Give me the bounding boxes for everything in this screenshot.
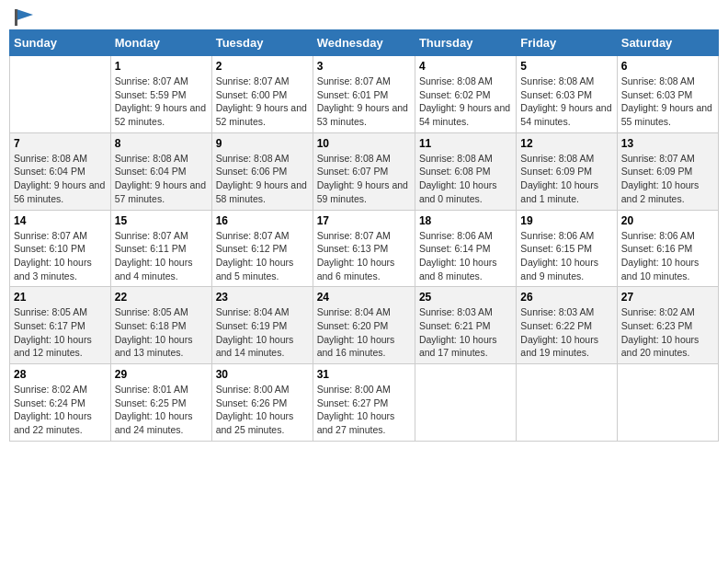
day-info: Sunrise: 8:08 AMSunset: 6:04 PMDaylight:… (14, 152, 107, 206)
day-info: Sunrise: 8:07 AMSunset: 5:59 PMDaylight:… (115, 75, 208, 129)
day-info: Sunrise: 8:07 AMSunset: 6:00 PMDaylight:… (216, 75, 309, 129)
svg-rect-1 (15, 9, 17, 26)
day-number: 24 (317, 291, 411, 304)
day-number: 28 (14, 368, 107, 381)
day-info: Sunrise: 8:02 AMSunset: 6:24 PMDaylight:… (14, 383, 107, 437)
day-info: Sunrise: 8:04 AMSunset: 6:19 PMDaylight:… (216, 305, 309, 360)
day-info: Sunrise: 8:02 AMSunset: 6:23 PMDaylight:… (621, 305, 714, 360)
day-number: 18 (419, 214, 512, 227)
calendar-cell: 28Sunrise: 8:02 AMSunset: 6:24 PMDayligh… (10, 364, 111, 442)
svg-marker-0 (17, 9, 33, 20)
calendar-cell: 23Sunrise: 8:04 AMSunset: 6:19 PMDayligh… (211, 287, 313, 364)
day-number: 3 (317, 60, 411, 73)
logo (13, 9, 35, 22)
day-number: 5 (520, 60, 612, 73)
day-info: Sunrise: 8:07 AMSunset: 6:11 PMDaylight:… (115, 229, 208, 283)
calendar-week-row: 7Sunrise: 8:08 AMSunset: 6:04 PMDaylight… (10, 132, 719, 210)
calendar-cell: 7Sunrise: 8:08 AMSunset: 6:04 PMDaylight… (10, 132, 111, 210)
calendar-cell: 29Sunrise: 8:01 AMSunset: 6:25 PMDayligh… (110, 364, 211, 442)
calendar-cell: 19Sunrise: 8:06 AMSunset: 6:15 PMDayligh… (517, 210, 617, 287)
day-number: 21 (14, 291, 107, 304)
calendar-cell (415, 364, 516, 442)
day-info: Sunrise: 8:08 AMSunset: 6:03 PMDaylight:… (621, 75, 714, 129)
calendar-cell: 16Sunrise: 8:07 AMSunset: 6:12 PMDayligh… (211, 210, 313, 287)
day-number: 14 (14, 214, 107, 227)
calendar-cell: 20Sunrise: 8:06 AMSunset: 6:16 PMDayligh… (617, 210, 718, 287)
day-number: 2 (216, 60, 309, 73)
calendar-cell: 25Sunrise: 8:03 AMSunset: 6:21 PMDayligh… (415, 287, 516, 364)
day-number: 30 (216, 368, 309, 381)
day-info: Sunrise: 8:00 AMSunset: 6:27 PMDaylight:… (317, 383, 411, 437)
day-number: 13 (621, 137, 714, 150)
calendar-cell (517, 364, 617, 442)
calendar-week-row: 14Sunrise: 8:07 AMSunset: 6:10 PMDayligh… (10, 210, 719, 287)
day-info: Sunrise: 8:08 AMSunset: 6:02 PMDaylight:… (419, 75, 512, 129)
calendar-cell: 5Sunrise: 8:08 AMSunset: 6:03 PMDaylight… (517, 56, 617, 133)
day-info: Sunrise: 8:00 AMSunset: 6:26 PMDaylight:… (216, 383, 309, 437)
calendar-cell: 4Sunrise: 8:08 AMSunset: 6:02 PMDaylight… (415, 56, 516, 133)
day-number: 23 (216, 291, 309, 304)
col-header-tuesday: Tuesday (211, 30, 313, 56)
day-info: Sunrise: 8:07 AMSunset: 6:13 PMDaylight:… (317, 229, 411, 283)
day-number: 4 (419, 60, 512, 73)
day-info: Sunrise: 8:08 AMSunset: 6:09 PMDaylight:… (520, 152, 612, 206)
day-number: 8 (115, 137, 208, 150)
calendar-cell: 15Sunrise: 8:07 AMSunset: 6:11 PMDayligh… (110, 210, 211, 287)
calendar-cell: 14Sunrise: 8:07 AMSunset: 6:10 PMDayligh… (10, 210, 111, 287)
day-info: Sunrise: 8:08 AMSunset: 6:07 PMDaylight:… (317, 152, 411, 206)
day-number: 1 (115, 60, 208, 73)
calendar-cell: 27Sunrise: 8:02 AMSunset: 6:23 PMDayligh… (617, 287, 718, 364)
day-info: Sunrise: 8:04 AMSunset: 6:20 PMDaylight:… (317, 305, 411, 360)
day-info: Sunrise: 8:03 AMSunset: 6:22 PMDaylight:… (520, 305, 612, 360)
calendar-cell: 13Sunrise: 8:07 AMSunset: 6:09 PMDayligh… (617, 132, 718, 210)
day-number: 6 (621, 60, 714, 73)
col-header-monday: Monday (110, 30, 211, 56)
col-header-thursday: Thursday (415, 30, 516, 56)
day-number: 19 (520, 214, 612, 227)
calendar-cell: 2Sunrise: 8:07 AMSunset: 6:00 PMDaylight… (211, 56, 313, 133)
logo-flag-icon (15, 9, 35, 26)
col-header-saturday: Saturday (617, 30, 718, 56)
day-info: Sunrise: 8:06 AMSunset: 6:14 PMDaylight:… (419, 229, 512, 283)
col-header-friday: Friday (517, 30, 617, 56)
day-info: Sunrise: 8:07 AMSunset: 6:10 PMDaylight:… (14, 229, 107, 283)
calendar-header-row: SundayMondayTuesdayWednesdayThursdayFrid… (10, 30, 719, 56)
day-number: 17 (317, 214, 411, 227)
day-info: Sunrise: 8:07 AMSunset: 6:01 PMDaylight:… (317, 75, 411, 129)
calendar-week-row: 21Sunrise: 8:05 AMSunset: 6:17 PMDayligh… (10, 287, 719, 364)
day-number: 10 (317, 137, 411, 150)
calendar-cell: 22Sunrise: 8:05 AMSunset: 6:18 PMDayligh… (110, 287, 211, 364)
calendar-cell: 18Sunrise: 8:06 AMSunset: 6:14 PMDayligh… (415, 210, 516, 287)
day-number: 7 (14, 137, 107, 150)
day-info: Sunrise: 8:03 AMSunset: 6:21 PMDaylight:… (419, 305, 512, 360)
calendar-cell: 11Sunrise: 8:08 AMSunset: 6:08 PMDayligh… (415, 132, 516, 210)
calendar-cell: 17Sunrise: 8:07 AMSunset: 6:13 PMDayligh… (313, 210, 415, 287)
page-header (9, 9, 719, 22)
day-number: 26 (520, 291, 612, 304)
calendar-week-row: 28Sunrise: 8:02 AMSunset: 6:24 PMDayligh… (10, 364, 719, 442)
calendar-cell (617, 364, 718, 442)
day-number: 15 (115, 214, 208, 227)
calendar-cell (10, 56, 111, 133)
day-number: 16 (216, 214, 309, 227)
calendar-cell: 8Sunrise: 8:08 AMSunset: 6:04 PMDaylight… (110, 132, 211, 210)
calendar-cell: 24Sunrise: 8:04 AMSunset: 6:20 PMDayligh… (313, 287, 415, 364)
calendar-cell: 12Sunrise: 8:08 AMSunset: 6:09 PMDayligh… (517, 132, 617, 210)
calendar-cell: 9Sunrise: 8:08 AMSunset: 6:06 PMDaylight… (211, 132, 313, 210)
day-number: 12 (520, 137, 612, 150)
col-header-sunday: Sunday (10, 30, 111, 56)
day-info: Sunrise: 8:07 AMSunset: 6:09 PMDaylight:… (621, 152, 714, 206)
day-number: 25 (419, 291, 512, 304)
calendar-cell: 6Sunrise: 8:08 AMSunset: 6:03 PMDaylight… (617, 56, 718, 133)
calendar-table: SundayMondayTuesdayWednesdayThursdayFrid… (9, 29, 719, 442)
col-header-wednesday: Wednesday (313, 30, 415, 56)
day-number: 27 (621, 291, 714, 304)
calendar-cell: 1Sunrise: 8:07 AMSunset: 5:59 PMDaylight… (110, 56, 211, 133)
calendar-cell: 31Sunrise: 8:00 AMSunset: 6:27 PMDayligh… (313, 364, 415, 442)
day-number: 11 (419, 137, 512, 150)
day-info: Sunrise: 8:06 AMSunset: 6:15 PMDaylight:… (520, 229, 612, 283)
day-info: Sunrise: 8:01 AMSunset: 6:25 PMDaylight:… (115, 383, 208, 437)
day-number: 20 (621, 214, 714, 227)
day-info: Sunrise: 8:05 AMSunset: 6:18 PMDaylight:… (115, 305, 208, 360)
day-number: 22 (115, 291, 208, 304)
